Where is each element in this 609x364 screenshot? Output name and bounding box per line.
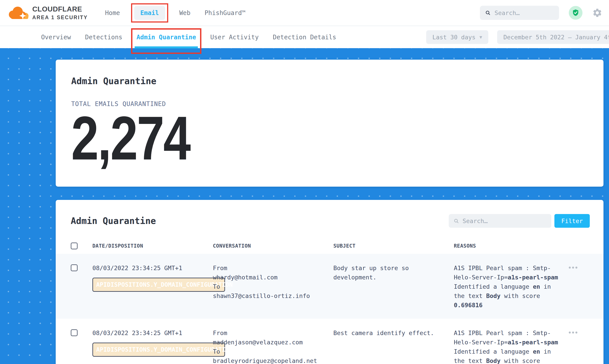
settings-gear-button[interactable] [592, 8, 602, 18]
tab-overview[interactable]: Overview [41, 34, 71, 41]
global-search-input[interactable] [495, 10, 554, 16]
quarantine-table: DATE/DISPOSITIONCONVERSATIONSUBJECTREASO… [56, 238, 603, 364]
main-nav: HomeEmailWebPhishGuard™ [105, 6, 246, 20]
cloudflare-logo[interactable]: CLOUDFLARE AREA 1 SECURITY [7, 4, 88, 21]
row-date: 08/03/2022 23:34:25 GMT+1 [92, 263, 213, 273]
table-controls: Filter [449, 214, 590, 228]
to-address: shawn37@castillo-ortiz.info [213, 291, 333, 301]
main-content: Admin Quarantine TOTAL EMAILS QUARANTINE… [0, 48, 609, 364]
row-actions-ellipsis-icon[interactable] [569, 267, 595, 269]
disposition-chip: APIDISPOSITIONS.Y_DOMAIN_CONFIGURATION [92, 343, 225, 357]
from-address: whardy@hotmail.com [213, 273, 333, 282]
logo-line2: AREA 1 SECURITY [32, 14, 88, 21]
table-search-input[interactable] [462, 218, 546, 224]
table-card-title: Admin Quarantine [71, 216, 156, 226]
row-date: 08/03/2022 23:34:25 GMT+1 [92, 328, 213, 338]
cell-reasons: A1S IPBL Pearl spam : Smtp-Helo-Server-I… [454, 263, 569, 310]
page: CLOUDFLARE AREA 1 SECURITY HomeEmailWebP… [0, 0, 609, 364]
row-checkbox[interactable] [71, 264, 78, 271]
global-search[interactable] [480, 6, 559, 20]
to-label: To [213, 347, 333, 356]
nav-item-home[interactable]: Home [105, 9, 120, 17]
security-status-badge[interactable] [569, 6, 582, 20]
cell-conversation: Fromwhardy@hotmail.comToshawn37@castillo… [213, 263, 333, 301]
cell-date-disposition: 08/03/2022 23:34:25 GMT+1APIDISPOSITIONS… [92, 263, 213, 292]
nav-item-phishguard[interactable]: PhishGuard™ [205, 9, 246, 17]
summary-card-title: Admin Quarantine [71, 76, 588, 86]
active-tab-underline [135, 46, 198, 48]
cell-reasons: A1S IPBL Pearl spam : Smtp-Helo-Server-I… [454, 328, 569, 364]
cell-date-disposition: 08/03/2022 23:34:25 GMT+1APIDISPOSITIONS… [92, 328, 213, 357]
to-address: bradleyrodriguez@copeland.net [213, 356, 333, 364]
to-label: To [213, 282, 333, 291]
search-icon [485, 10, 490, 16]
date-range-text: December 5th 2022 — January 4th 2023 [503, 34, 609, 41]
disposition-chip: APIDISPOSITIONS.Y_DOMAIN_CONFIGURATION [92, 278, 225, 292]
tab-detections[interactable]: Detections [85, 34, 122, 41]
metric-value: 2,274 [71, 113, 485, 164]
column-header-conversation: CONVERSATION [213, 243, 333, 249]
row-actions-ellipsis-icon[interactable] [569, 332, 595, 334]
table-card-header: Admin Quarantine Filter [56, 214, 603, 228]
top-header: CLOUDFLARE AREA 1 SECURITY HomeEmailWebP… [0, 0, 609, 26]
date-range-display[interactable]: December 5th 2022 — January 4th 2023 [497, 30, 609, 44]
range-dropdown-label: Last 30 days [432, 34, 475, 41]
date-controls: Last 30 days ▼ December 5th 2022 — Janua… [426, 30, 609, 44]
column-header-date-disposition: DATE/DISPOSITION [92, 243, 213, 249]
quarantine-table-card: Admin Quarantine Filter DATE/DISPOSITION… [56, 200, 603, 364]
column-header-subject: SUBJECT [333, 243, 454, 249]
gear-icon [592, 8, 602, 18]
range-dropdown[interactable]: Last 30 days ▼ [426, 30, 488, 44]
summary-card: Admin Quarantine TOTAL EMAILS QUARANTINE… [56, 60, 603, 187]
table-search[interactable] [449, 214, 551, 228]
shield-check-icon [572, 9, 580, 17]
from-label: From [213, 263, 333, 273]
annotation-highlight-email [131, 3, 168, 23]
cell-subject: Best camera identify effect. [333, 328, 454, 338]
cloudflare-cloud-icon [7, 4, 29, 21]
table-row: 08/03/2022 23:34:25 GMT+1APIDISPOSITIONS… [56, 319, 603, 364]
column-header-reasons: REASONS [454, 243, 569, 249]
table-row: 08/03/2022 23:34:25 GMT+1APIDISPOSITIONS… [56, 254, 603, 319]
tab-detection-details[interactable]: Detection Details [273, 34, 336, 41]
from-address: maddenjason@velazquez.com [213, 338, 333, 347]
select-all-checkbox[interactable] [71, 243, 78, 249]
table-body: 08/03/2022 23:34:25 GMT+1APIDISPOSITIONS… [56, 254, 603, 364]
filter-button[interactable]: Filter [555, 214, 590, 228]
cell-subject: Body star up store so development. [333, 263, 454, 282]
from-label: From [213, 328, 333, 338]
tab-admin-quarantine[interactable]: Admin Quarantine [136, 34, 196, 41]
search-icon [454, 218, 459, 224]
nav-item-email[interactable]: Email [134, 6, 165, 20]
table-header-row: DATE/DISPOSITIONCONVERSATIONSUBJECTREASO… [56, 238, 603, 254]
header-right-cluster [480, 6, 602, 20]
nav-item-web[interactable]: Web [179, 9, 190, 17]
cell-conversation: Frommaddenjason@velazquez.comTobradleyro… [213, 328, 333, 364]
logo-line1: CLOUDFLARE [32, 5, 88, 13]
tab-user-activity[interactable]: User Activity [210, 34, 259, 41]
logo-text: CLOUDFLARE AREA 1 SECURITY [32, 5, 88, 21]
chevron-down-icon: ▼ [479, 34, 482, 40]
row-checkbox[interactable] [71, 329, 78, 336]
email-subnav: OverviewDetectionsAdmin QuarantineUser A… [0, 26, 609, 48]
